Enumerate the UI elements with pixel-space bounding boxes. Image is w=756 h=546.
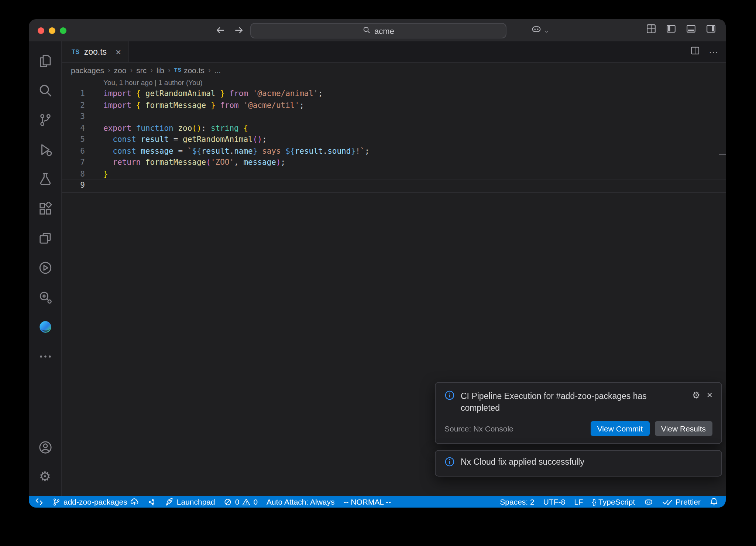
settings-gear-icon[interactable]: ⚙ <box>29 462 61 491</box>
vscode-window: acme ⌄ <box>29 19 726 508</box>
code-line[interactable]: 2import { formatMessage } from '@acme/ut… <box>62 99 726 111</box>
line-number[interactable]: 4 <box>62 122 94 134</box>
code-line[interactable]: 5 const result = getRandomAnimal(); <box>62 134 726 145</box>
extensions-icon[interactable] <box>29 194 61 223</box>
braces-icon: {} <box>592 498 595 506</box>
tab-label: zoo.ts <box>84 47 107 56</box>
line-number[interactable]: 3 <box>62 111 94 122</box>
code-line[interactable]: 3 <box>62 111 726 122</box>
back-button[interactable] <box>215 25 225 35</box>
notification-settings-icon[interactable]: ⚙ <box>692 390 700 399</box>
accounts-icon[interactable] <box>29 432 61 462</box>
zoom-window-button[interactable] <box>60 27 66 34</box>
notification-close-icon[interactable]: × <box>707 390 712 400</box>
code-text[interactable]: const message = `${result.name} says ${r… <box>103 145 370 157</box>
run-debug-icon[interactable] <box>29 134 61 164</box>
split-editor-icon[interactable] <box>690 45 700 58</box>
breadcrumb-separator: › <box>150 66 153 74</box>
notifications-bell-icon[interactable] <box>705 496 723 508</box>
search-icon[interactable] <box>29 75 61 105</box>
code-line[interactable]: 1import { getRandomAnimal } from '@acme/… <box>62 88 726 99</box>
branch-name: add-zoo-packages <box>63 497 127 506</box>
line-number[interactable]: 8 <box>62 168 94 180</box>
command-center-search[interactable]: acme <box>250 23 506 38</box>
tab-close-icon[interactable]: × <box>116 47 121 57</box>
info-icon <box>444 457 455 470</box>
remote-indicator[interactable] <box>30 496 48 508</box>
breadcrumb-item[interactable]: zoo <box>114 65 127 74</box>
breadcrumb-item-file[interactable]: TS zoo.ts <box>174 65 205 74</box>
workbench: ⚙ TS zoo.ts × ⋯ packages <box>29 41 726 496</box>
remote-explorer-icon[interactable] <box>29 223 61 253</box>
code-line[interactable]: 4export function zoo(): string { <box>62 122 726 134</box>
code-text[interactable]: import { formatMessage } from '@acme/uti… <box>103 99 304 111</box>
code-text[interactable]: import { getRandomAnimal } from '@acme/a… <box>103 88 323 99</box>
line-number[interactable]: 7 <box>62 157 94 168</box>
breadcrumb-item-symbol[interactable]: ... <box>214 65 221 74</box>
code-line[interactable]: 8} <box>62 168 726 180</box>
formatter-item[interactable]: Prettier <box>658 496 705 508</box>
code-text[interactable]: export function zoo(): string { <box>103 122 248 134</box>
line-number[interactable]: 6 <box>62 145 94 157</box>
search-query: acme <box>374 26 394 35</box>
tab-bar: TS zoo.ts × ⋯ <box>62 41 726 63</box>
blame-annotation[interactable]: You, 1 hour ago | 1 author (You) <box>103 78 726 88</box>
language-mode-item[interactable]: {} TypeScript <box>588 496 640 508</box>
breadcrumb-item[interactable]: src <box>136 65 147 74</box>
code-line[interactable]: 6 const message = `${result.name} says $… <box>62 145 726 157</box>
nx-console-icon[interactable] <box>29 253 61 282</box>
eol-item[interactable]: LF <box>570 496 588 508</box>
code-line[interactable]: 7 return formatMessage('ZOO', message); <box>62 157 726 168</box>
view-commit-button[interactable]: View Commit <box>591 421 649 436</box>
branch-indicator[interactable]: add-zoo-packages <box>48 496 144 508</box>
auto-attach-item[interactable]: Auto Attach: Always <box>262 496 339 508</box>
toggle-primary-sidebar-button[interactable] <box>666 24 676 37</box>
minimize-window-button[interactable] <box>49 27 55 34</box>
customize-layout-button[interactable] <box>646 24 656 37</box>
error-count: 0 <box>235 497 240 506</box>
scrollbar-decoration[interactable] <box>719 154 726 155</box>
git-branch-icon <box>52 498 61 506</box>
edge-tools-icon[interactable] <box>29 312 61 341</box>
code-lines: 1import { getRandomAnimal } from '@acme/… <box>62 88 726 192</box>
launchpad-item[interactable]: Launchpad <box>161 496 220 508</box>
copilot-menu-button[interactable]: ⌄ <box>531 23 549 37</box>
indentation-item[interactable]: Spaces: 2 <box>495 496 539 508</box>
source-control-graph-item[interactable] <box>144 496 161 508</box>
additional-views-icon[interactable] <box>29 341 61 371</box>
desktop: acme ⌄ <box>0 0 756 546</box>
problems-indicator[interactable]: 0 0 <box>220 496 262 508</box>
breadcrumb-item[interactable]: packages <box>71 65 104 74</box>
explorer-icon[interactable] <box>29 46 61 75</box>
line-number[interactable]: 1 <box>62 88 94 99</box>
search-gear-icon[interactable] <box>29 282 61 312</box>
warning-count: 0 <box>253 497 258 506</box>
toggle-panel-button[interactable] <box>686 24 696 37</box>
code-text[interactable]: return formatMessage('ZOO', message); <box>103 157 285 168</box>
line-number[interactable]: 9 <box>62 180 94 192</box>
notification-source: Source: Nx Console <box>444 424 513 433</box>
more-actions-icon[interactable]: ⋯ <box>709 47 718 57</box>
warning-icon <box>242 498 250 506</box>
line-number[interactable]: 5 <box>62 134 94 145</box>
source-control-icon[interactable] <box>29 105 61 134</box>
vim-mode-indicator[interactable]: -- NORMAL -- <box>339 496 396 508</box>
activity-bar-bottom: ⚙ <box>29 432 61 491</box>
view-results-button[interactable]: View Results <box>654 421 712 436</box>
code-text[interactable]: } <box>103 168 108 180</box>
code-text[interactable]: const result = getRandomAnimal(); <box>103 134 267 145</box>
forward-button[interactable] <box>234 25 244 35</box>
toggle-secondary-sidebar-button[interactable] <box>706 24 716 37</box>
breadcrumb-item[interactable]: lib <box>157 65 164 74</box>
tab-zoo-ts[interactable]: TS zoo.ts × <box>62 41 129 62</box>
code-line[interactable]: 9 <box>62 180 726 192</box>
status-bar: add-zoo-packages Launchpad 0 0 Auto Atta… <box>29 496 726 508</box>
line-number[interactable]: 2 <box>62 99 94 111</box>
testing-icon[interactable] <box>29 164 61 194</box>
notification-message: CI Pipeline Execution for #add-zoo-packa… <box>461 390 686 414</box>
titlebar-actions: ⌄ <box>531 19 716 41</box>
close-window-button[interactable] <box>38 27 44 34</box>
rocket-icon <box>165 497 174 506</box>
encoding-item[interactable]: UTF-8 <box>539 496 570 508</box>
copilot-status-item[interactable] <box>639 496 658 508</box>
